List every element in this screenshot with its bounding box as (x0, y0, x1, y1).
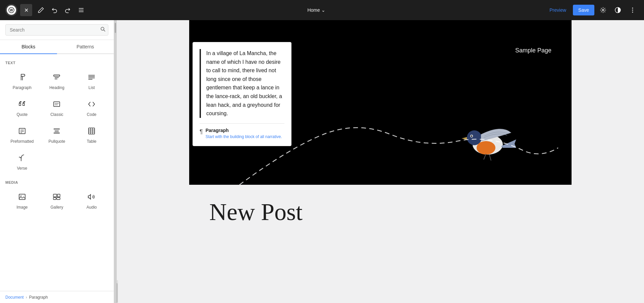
svg-point-38 (20, 196, 21, 197)
pullquote-icon (53, 127, 61, 137)
save-button[interactable]: Save (573, 5, 594, 15)
topbar-left: W ✕ (5, 4, 87, 16)
svg-rect-40 (57, 194, 60, 197)
svg-point-48 (472, 135, 472, 136)
svg-rect-39 (53, 194, 57, 197)
block-item-pullquote[interactable]: Pullquote (40, 123, 74, 148)
verse-icon (18, 154, 26, 164)
text-section-label: TEXT (5, 61, 108, 65)
preview-button[interactable]: Preview (545, 5, 570, 15)
topbar: W ✕ (0, 0, 644, 20)
svg-rect-21 (54, 102, 60, 106)
block-item-paragraph[interactable]: Paragraph (5, 69, 39, 94)
code-label: Code (87, 112, 97, 117)
gallery-icon (53, 193, 61, 203)
popup-para-title: Paragraph (206, 128, 282, 133)
canvas-inner: Sample Page In a village of La Mancha, t… (117, 20, 644, 280)
block-item-preformatted[interactable]: Preformatted (5, 123, 39, 148)
chevron-icon: ⌄ (321, 7, 325, 13)
canvas-area: Sample Page In a village of La Mancha, t… (114, 20, 644, 303)
search-wrapper (5, 24, 108, 36)
audio-label: Audio (87, 205, 97, 210)
search-input[interactable] (5, 24, 108, 36)
breadcrumb-document[interactable]: Document (5, 295, 24, 300)
paragraph-label: Paragraph (13, 85, 32, 90)
breadcrumb-separator: › (26, 295, 27, 300)
block-item-image[interactable]: Image (5, 188, 39, 214)
wp-logo-icon: W (7, 5, 16, 15)
list-label: List (89, 85, 95, 90)
preformatted-label: Preformatted (10, 139, 34, 144)
svg-marker-45 (462, 137, 467, 140)
settings-button[interactable] (597, 4, 609, 16)
image-icon (18, 193, 26, 203)
list-icon (88, 73, 96, 83)
heading-label: Heading (49, 85, 64, 90)
svg-text:W: W (10, 8, 13, 12)
canvas-scroll[interactable]: Sample Page In a village of La Mancha, t… (114, 20, 644, 280)
block-item-list[interactable]: List (75, 69, 108, 94)
svg-point-9 (632, 12, 633, 13)
sidebar-content: TEXT Paragraph (0, 54, 114, 291)
block-item-verse[interactable]: Verse (5, 149, 39, 175)
more-options-button[interactable] (627, 4, 639, 16)
undo-button[interactable] (48, 4, 60, 16)
svg-line-11 (104, 30, 105, 31)
media-section-label: MEDIA (5, 180, 108, 184)
quote-label: Quote (16, 112, 28, 117)
svg-rect-14 (54, 75, 60, 76)
close-icon: ✕ (24, 7, 29, 13)
classic-label: Classic (50, 112, 63, 117)
svg-point-49 (477, 141, 495, 155)
quote-icon (18, 100, 26, 110)
svg-rect-24 (19, 128, 25, 134)
topbar-tools (35, 4, 87, 16)
topbar-right: Preview Save (545, 4, 639, 16)
wp-logo-button[interactable]: W (5, 4, 17, 16)
blocks-grid: Paragraph Heading (5, 69, 108, 175)
bird-svg (454, 114, 518, 171)
table-label: Table (87, 139, 97, 144)
main-layout: Blocks Patterns TEXT Paragraph (0, 20, 644, 303)
svg-rect-42 (57, 198, 60, 200)
breadcrumb-paragraph[interactable]: Paragraph (29, 295, 48, 300)
paragraph-popup: In a village of La Mancha, the name of w… (193, 42, 291, 146)
block-item-table[interactable]: Table (75, 123, 108, 148)
block-item-quote[interactable]: Quote (5, 96, 39, 121)
image-label: Image (16, 205, 28, 210)
block-item-heading[interactable]: Heading (40, 69, 74, 94)
pullquote-label: Pullquote (48, 139, 65, 144)
svg-point-8 (632, 10, 633, 11)
tab-blocks[interactable]: Blocks (0, 40, 57, 54)
sample-page-label: Sample Page (515, 47, 551, 54)
popup-paragraph-section: ¶ Paragraph Start with the building bloc… (200, 128, 284, 139)
search-icon-button[interactable] (100, 27, 106, 33)
audio-icon (88, 193, 96, 203)
svg-rect-37 (19, 194, 25, 200)
new-post-title[interactable]: New Post (209, 198, 303, 226)
svg-rect-32 (89, 128, 95, 134)
popup-para-icon: ¶ (200, 128, 203, 135)
block-item-code[interactable]: Code (75, 96, 108, 121)
svg-line-51 (489, 155, 491, 161)
svg-point-7 (632, 8, 633, 9)
gallery-label: Gallery (50, 205, 63, 210)
lower-section: New Post (189, 185, 572, 240)
table-icon (88, 127, 96, 137)
block-item-gallery[interactable]: Gallery (40, 188, 74, 214)
svg-rect-41 (53, 198, 56, 200)
contrast-button[interactable] (612, 4, 624, 16)
hero-section[interactable]: Sample Page In a village of La Mancha, t… (189, 20, 572, 185)
code-icon (88, 100, 96, 110)
svg-point-47 (471, 135, 473, 137)
verse-label: Verse (17, 166, 27, 171)
tab-patterns[interactable]: Patterns (57, 40, 114, 54)
menu-button[interactable] (75, 4, 87, 16)
redo-button[interactable] (62, 4, 74, 16)
block-item-classic[interactable]: Classic (40, 96, 74, 121)
sidebar: Blocks Patterns TEXT Paragraph (0, 20, 114, 303)
edit-button[interactable] (35, 4, 47, 16)
close-button[interactable]: ✕ (20, 4, 32, 16)
block-item-audio[interactable]: Audio (75, 188, 108, 214)
page-title-dropdown[interactable]: Home ⌄ (307, 7, 325, 13)
